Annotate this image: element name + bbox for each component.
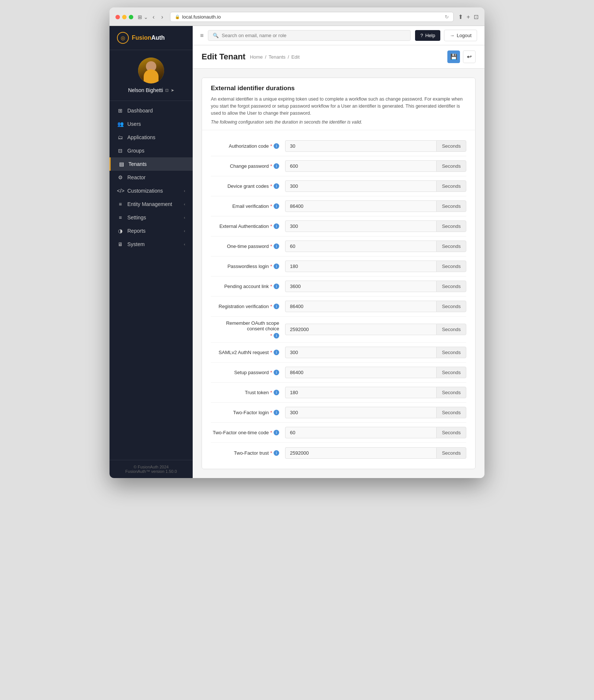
sidebar-item-users[interactable]: 👥 Users — [110, 117, 193, 131]
back-button-page[interactable]: ↩ — [463, 50, 476, 63]
info-two-factor-one-time-code-icon[interactable]: i — [274, 430, 279, 435]
input-two-factor-trust[interactable] — [285, 447, 436, 459]
input-external-authentication[interactable] — [285, 220, 436, 232]
suffix-one-time-password: Seconds — [436, 241, 466, 252]
page-header: Edit Tenant Home / Tenants / Edit 💾 ↩ — [193, 45, 484, 69]
page-title: Edit Tenant — [202, 52, 245, 62]
search-input[interactable] — [222, 33, 406, 38]
logout-icon: → — [450, 33, 454, 38]
info-trust-token-icon[interactable]: i — [274, 390, 279, 395]
suffix-device-grant-codes: Seconds — [436, 180, 466, 192]
user-card-icon[interactable]: ⊡ — [165, 88, 169, 93]
input-authorization-code[interactable] — [285, 140, 436, 152]
lock-icon: 🔒 — [175, 14, 180, 19]
sidebar-item-label-groups: Groups — [127, 148, 144, 154]
maximize-dot[interactable] — [129, 15, 133, 19]
user-location-icon[interactable]: ➤ — [171, 88, 174, 93]
sidebar-item-entity-management[interactable]: ≡ Entity Management ‹ — [110, 197, 193, 211]
settings-icon: ≡ — [117, 215, 124, 220]
logo-icon: ◎ — [117, 32, 129, 44]
forward-button[interactable]: › — [159, 13, 165, 21]
suffix-two-factor-trust: Seconds — [436, 447, 466, 459]
app-layout: ◎ FusionAuth Nelson Bighetti ⊡ — [110, 26, 484, 478]
input-pending-account-link[interactable] — [285, 281, 436, 292]
input-two-factor-one-time-code[interactable] — [285, 427, 436, 438]
input-remember-oauth[interactable] — [285, 324, 436, 335]
page-title-area: Edit Tenant Home / Tenants / Edit — [202, 52, 300, 62]
suffix-passwordless-login: Seconds — [436, 261, 466, 272]
info-samlv2-authn-request-icon[interactable]: i — [274, 350, 279, 355]
sidebar-user: Nelson Bighetti ⊡ ➤ — [110, 50, 193, 101]
info-external-authentication-icon[interactable]: i — [274, 223, 279, 229]
browser-actions: ⬆ + ⊡ — [458, 13, 479, 20]
info-email-verification-icon[interactable]: i — [274, 203, 279, 209]
minimize-dot[interactable] — [122, 15, 127, 19]
back-button[interactable]: ‹ — [150, 13, 157, 21]
info-remember-oauth-icon[interactable]: i — [274, 333, 279, 338]
input-device-grant-codes[interactable] — [285, 180, 436, 192]
info-authorization-code-icon[interactable]: i — [274, 143, 279, 149]
info-device-grant-codes-icon[interactable]: i — [274, 183, 279, 189]
input-two-factor-login[interactable] — [285, 407, 436, 418]
sidebar: ◎ FusionAuth Nelson Bighetti ⊡ — [110, 26, 193, 478]
save-button[interactable]: 💾 — [447, 50, 460, 63]
browser-chrome: ⊞ ⌄ ‹ › 🔒 local.fusionauth.io ↻ ⬆ + ⊡ — [110, 7, 484, 26]
suffix-two-factor-one-time-code: Seconds — [436, 427, 466, 438]
browser-nav: ⊞ ⌄ ‹ › — [138, 13, 166, 21]
control-two-factor-login: Seconds — [285, 407, 466, 418]
sidebar-item-tenants[interactable]: ▤ Tenants — [110, 157, 193, 171]
label-one-time-password: One-time password* i — [211, 243, 285, 249]
input-trust-token[interactable] — [285, 387, 436, 398]
close-dot[interactable] — [115, 15, 120, 19]
breadcrumb-tenants[interactable]: Tenants — [268, 54, 285, 60]
label-device-grant-codes: Device grant codes* i — [211, 183, 285, 189]
sidebar-item-applications[interactable]: 🗂 Applications — [110, 131, 193, 144]
control-samlv2-authn-request: Seconds — [285, 347, 466, 358]
info-registration-verification-icon[interactable]: i — [274, 304, 279, 309]
avatar — [138, 58, 164, 84]
search-icon: 🔍 — [213, 33, 219, 38]
form-row-remember-oauth: Remember OAuth scope consent choice* i S… — [211, 317, 466, 343]
breadcrumb-sep2: / — [288, 54, 289, 60]
label-pending-account-link: Pending account link* i — [211, 284, 285, 289]
info-passwordless-login-icon[interactable]: i — [274, 264, 279, 269]
menu-icon[interactable]: ≡ — [200, 32, 203, 39]
info-two-factor-trust-icon[interactable]: i — [274, 450, 279, 456]
info-setup-password-icon[interactable]: i — [274, 370, 279, 375]
suffix-setup-password: Seconds — [436, 367, 466, 378]
sidebar-item-customizations[interactable]: </> Customizations ‹ — [110, 184, 193, 197]
input-email-verification[interactable] — [285, 200, 436, 212]
info-pending-account-link-icon[interactable]: i — [274, 284, 279, 289]
input-registration-verification[interactable] — [285, 301, 436, 312]
section-header: External identifier durations An externa… — [202, 78, 475, 130]
sidebar-item-dashboard[interactable]: ⊞ Dashboard — [110, 104, 193, 117]
suffix-email-verification: Seconds — [436, 200, 466, 212]
input-one-time-password[interactable] — [285, 241, 436, 252]
logout-button[interactable]: → Logout — [444, 30, 477, 41]
info-two-factor-login-icon[interactable]: i — [274, 410, 279, 415]
sidebar-item-settings[interactable]: ≡ Settings ‹ — [110, 211, 193, 224]
breadcrumb-home[interactable]: Home — [250, 54, 263, 60]
sidebar-item-groups[interactable]: ⊟ Groups — [110, 144, 193, 157]
refresh-icon[interactable]: ↻ — [445, 14, 449, 20]
sidebar-item-system[interactable]: 🖥 System ‹ — [110, 238, 193, 251]
sidebar-toggle-button[interactable]: ⊡ — [474, 13, 479, 20]
share-button[interactable]: ⬆ — [458, 13, 463, 20]
address-bar[interactable]: 🔒 local.fusionauth.io ↻ — [170, 12, 454, 22]
label-remember-oauth: Remember OAuth scope consent choice* i — [211, 320, 285, 338]
help-button[interactable]: ? Help — [415, 30, 440, 41]
input-samlv2-authn-request[interactable] — [285, 347, 436, 358]
sidebar-item-label-customizations: Customizations — [127, 188, 163, 194]
input-setup-password[interactable] — [285, 367, 436, 378]
label-passwordless-login: Passwordless login* i — [211, 264, 285, 269]
new-tab-button[interactable]: + — [467, 14, 470, 20]
input-passwordless-login[interactable] — [285, 261, 436, 272]
sidebar-item-reports[interactable]: ◑ Reports ‹ — [110, 224, 193, 238]
reports-chevron-icon: ‹ — [184, 229, 185, 233]
control-authorization-code: Seconds — [285, 140, 466, 152]
input-change-password[interactable] — [285, 160, 436, 172]
sidebar-item-reactor[interactable]: ⚙ Reactor — [110, 171, 193, 184]
tab-grid-button[interactable]: ⊞ ⌄ — [138, 14, 148, 20]
info-one-time-password-icon[interactable]: i — [274, 243, 279, 249]
info-change-password-icon[interactable]: i — [274, 163, 279, 169]
